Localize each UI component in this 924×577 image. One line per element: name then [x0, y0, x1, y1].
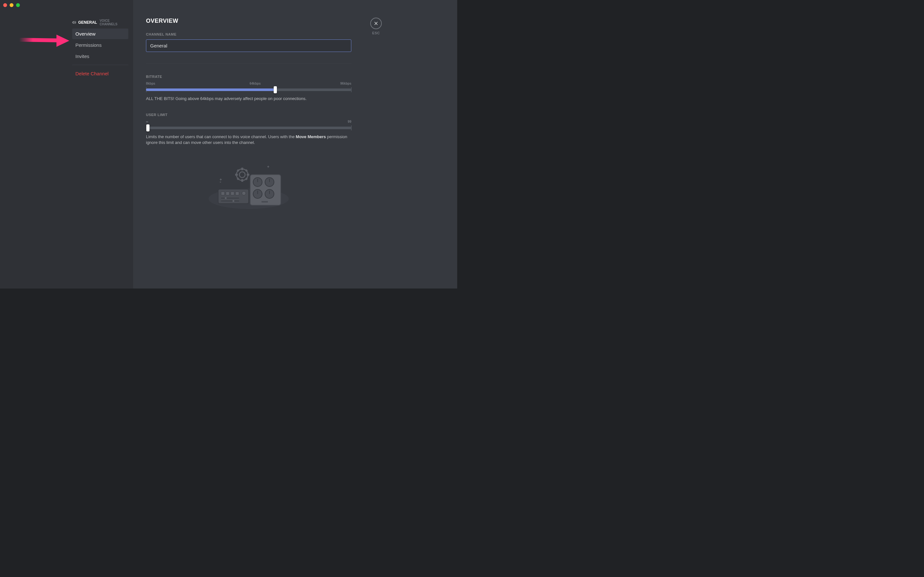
bitrate-slider-labels: 8kbps 64kbps 96kbps [146, 82, 351, 85]
svg-rect-3 [241, 168, 243, 170]
bitrate-section: BITRATE 8kbps 64kbps 96kbps ALL THE BITS… [146, 75, 351, 102]
channel-name-input[interactable] [146, 39, 351, 52]
svg-rect-4 [241, 179, 243, 182]
sidebar-divider [72, 65, 128, 65]
window-maximize-dot[interactable] [16, 3, 20, 7]
sidebar-channel-name: GENERAL [78, 20, 97, 25]
sidebar-item-label: Permissions [75, 42, 102, 48]
sidebar-item-label: Overview [75, 31, 95, 37]
speaker-icon [72, 20, 76, 25]
sidebar-channel-type: VOICE CHANNELS [99, 19, 126, 26]
decorative-illustration [146, 162, 351, 210]
bitrate-min-label: 8kbps [146, 82, 155, 85]
svg-point-2 [239, 172, 245, 177]
svg-rect-22 [221, 192, 225, 195]
svg-rect-28 [225, 197, 226, 199]
window-close-dot[interactable] [3, 3, 7, 7]
bitrate-slider[interactable] [146, 89, 351, 91]
section-divider [146, 63, 351, 63]
window-controls [3, 3, 20, 7]
user-limit-max-label: 99 [348, 120, 351, 123]
user-limit-section: USER LIMIT ∞ 99 Limits the number of use… [146, 113, 351, 145]
bitrate-slider-fill [146, 89, 275, 91]
sidebar-header: GENERAL VOICE CHANNELS [72, 18, 128, 29]
close-label: ESC [370, 31, 382, 35]
sidebar-item-overview[interactable]: Overview [72, 29, 128, 39]
sidebar-item-delete-channel[interactable]: Delete Channel [72, 68, 128, 79]
close-icon [373, 21, 379, 26]
bitrate-slider-handle[interactable] [274, 86, 277, 93]
svg-point-26 [242, 191, 246, 195]
svg-rect-30 [233, 200, 234, 202]
close-button[interactable] [370, 18, 382, 29]
svg-rect-24 [231, 192, 234, 195]
page-title: OVERVIEW [146, 18, 351, 24]
channel-name-label: CHANNEL NAME [146, 32, 351, 36]
sidebar-item-label: Delete Channel [75, 71, 108, 76]
slider-tick [351, 87, 352, 92]
user-limit-label: USER LIMIT [146, 113, 351, 117]
close-button-container: ESC [370, 18, 382, 35]
slider-tick [351, 125, 352, 131]
sidebar-item-permissions[interactable]: Permissions [72, 40, 128, 50]
user-limit-min-label: ∞ [146, 120, 148, 123]
right-edge-bar [457, 0, 462, 288]
sidebar-item-label: Invites [75, 53, 89, 59]
user-limit-slider-labels: ∞ 99 [146, 120, 351, 123]
svg-rect-6 [247, 174, 249, 176]
user-limit-helper: Limits the number of users that can conn… [146, 134, 351, 145]
svg-rect-25 [236, 192, 239, 195]
settings-sidebar: GENERAL VOICE CHANNELS Overview Permissi… [0, 0, 133, 288]
user-limit-slider[interactable] [146, 127, 351, 129]
svg-rect-20 [262, 201, 268, 203]
bitrate-mid-label: 64kbps [250, 82, 260, 85]
bitrate-label: BITRATE [146, 75, 351, 79]
svg-rect-5 [235, 174, 238, 176]
svg-rect-23 [226, 192, 229, 195]
user-limit-slider-handle[interactable] [146, 124, 150, 131]
window-minimize-dot[interactable] [10, 3, 13, 7]
main-panel: OVERVIEW CHANNEL NAME BITRATE 8kbps 64kb… [133, 0, 462, 288]
bitrate-helper: ALL THE BITS! Going above 64kbps may adv… [146, 96, 351, 102]
channel-name-section: CHANNEL NAME [146, 32, 351, 52]
sidebar-item-invites[interactable]: Invites [72, 51, 128, 61]
bitrate-max-label: 96kbps [341, 82, 351, 85]
